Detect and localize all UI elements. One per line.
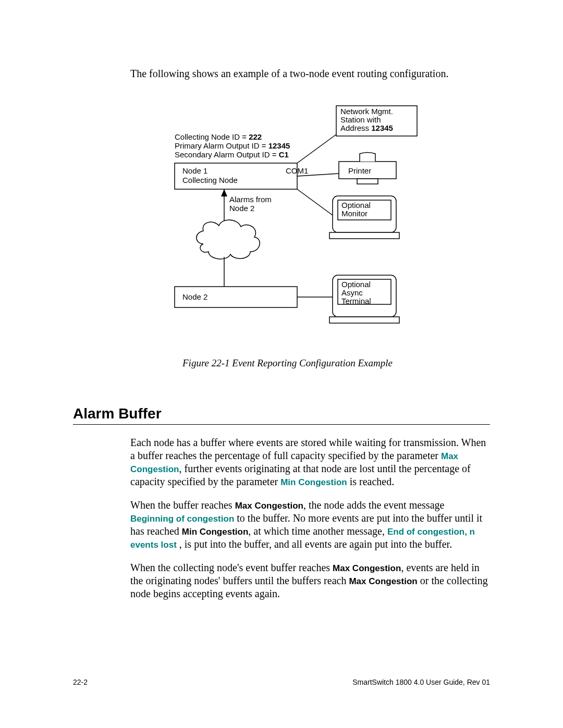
p1-t1: Each node has a buffer where events are … [130, 437, 486, 461]
p3-k2: Max Congestion [349, 576, 417, 586]
para-3: When the collecting node's event buffer … [130, 561, 490, 600]
terminal-line3: Terminal [341, 297, 371, 305]
footer-left: 22-2 [73, 678, 88, 686]
footer-right: SmartSwitch 1800 4.0 User Guide, Rev 01 [352, 678, 490, 686]
arrowhead-icon [221, 189, 227, 196]
terminal-line2: Async [341, 288, 363, 297]
figure-diagram: Network Mgmt. Station with Address 12345… [151, 101, 490, 348]
line-node1-nms [297, 134, 336, 163]
p3-t1: When the collecting node's event buffer … [130, 562, 333, 573]
line-node1-monitor [297, 189, 333, 215]
p1-k2: Min Congestion [280, 477, 347, 487]
monitor-line2: Monitor [341, 209, 368, 218]
page-footer: 22-2 SmartSwitch 1800 4.0 User Guide, Re… [73, 678, 490, 686]
cfg-line1: Collecting Node ID = 222 [175, 132, 262, 141]
nms-line3: Address 12345 [340, 124, 393, 132]
section-heading: Alarm Buffer [73, 405, 490, 422]
nms-line2: Station with [340, 115, 381, 124]
p3-k1: Max Congestion [333, 563, 401, 573]
figure-caption: Figure 22-1 Event Reporting Configuratio… [182, 357, 490, 369]
p1-t3: is reached. [347, 476, 395, 487]
alarms-line1: Alarms from [229, 195, 272, 204]
cfg-line3: Secondary Alarm Output ID = C1 [175, 150, 289, 159]
para-2: When the buffer reaches Max Congestion, … [130, 499, 490, 551]
com1-label: COM1 [286, 166, 308, 175]
alarms-line2: Node 2 [229, 204, 254, 213]
section-rule [73, 424, 490, 425]
cfg-line2: Primary Alarm Output ID = 12345 [175, 141, 290, 150]
node2-label: Node 2 [182, 292, 207, 301]
svg-rect-5 [329, 317, 399, 323]
p2-k3: Min Congestion [182, 527, 248, 537]
p2-k1: Max Congestion [235, 501, 303, 511]
node1-line1: Node 1 [182, 166, 207, 175]
p2-t5: , is put into the buffer, and all events… [177, 538, 452, 550]
cloud-icon [197, 220, 260, 259]
p2-t1: When the buffer reaches [130, 499, 235, 511]
terminal-line1: Optional [341, 280, 371, 289]
p2-t2: , the node adds the event message [303, 499, 444, 511]
monitor-line1: Optional [341, 201, 371, 209]
svg-rect-2 [329, 232, 399, 239]
node1-line2: Collecting Node [182, 176, 238, 184]
intro-text: The following shows an example of a two-… [130, 68, 490, 80]
p2-t4: , at which time another message, [248, 525, 387, 537]
nms-line1: Network Mgmt. [340, 107, 393, 116]
para-1: Each node has a buffer where events are … [130, 436, 490, 488]
printer-label: Printer [348, 166, 371, 175]
p2-k2: Beginning of congestion [130, 514, 234, 524]
